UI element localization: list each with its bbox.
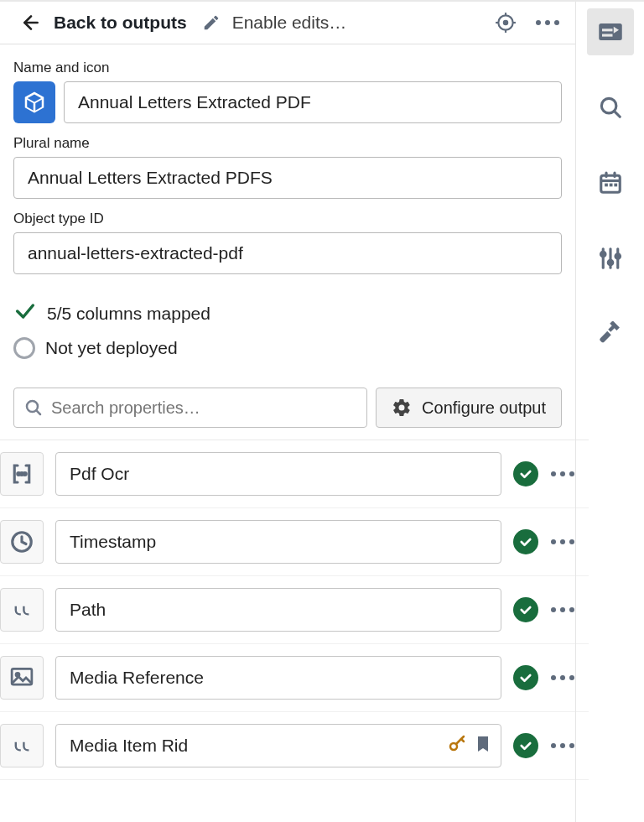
svg-rect-17 bbox=[602, 29, 613, 31]
status-ok-badge bbox=[513, 733, 538, 758]
svg-rect-27 bbox=[609, 184, 612, 187]
gear-icon bbox=[392, 398, 412, 418]
svg-point-11 bbox=[23, 473, 26, 476]
property-more-button[interactable] bbox=[550, 743, 575, 748]
check-icon bbox=[13, 299, 37, 327]
svg-line-8 bbox=[36, 410, 40, 414]
svg-point-32 bbox=[600, 252, 605, 257]
cube-icon bbox=[22, 90, 47, 115]
search-properties-input[interactable] bbox=[13, 388, 367, 428]
svg-rect-16 bbox=[599, 23, 622, 40]
property-row: Pdf Ocr bbox=[0, 440, 589, 508]
back-to-outputs-button[interactable]: Back to outputs bbox=[20, 12, 187, 34]
status-ok-badge bbox=[513, 461, 538, 486]
name-and-icon-label: Name and icon bbox=[13, 60, 562, 76]
property-row: Timestamp bbox=[0, 508, 589, 576]
svg-point-2 bbox=[504, 21, 507, 24]
property-name-field[interactable]: Pdf Ocr bbox=[55, 452, 501, 496]
property-more-button[interactable] bbox=[550, 607, 575, 612]
object-type-id-label: Object type ID bbox=[13, 211, 562, 227]
property-row: Path bbox=[0, 576, 589, 644]
target-icon bbox=[495, 12, 517, 34]
hammer-icon bbox=[598, 321, 623, 346]
property-name-field[interactable]: Media Item Rid bbox=[55, 724, 501, 767]
property-type-icon[interactable] bbox=[0, 452, 44, 496]
search-icon bbox=[23, 398, 44, 418]
property-name-text: Path bbox=[70, 600, 106, 620]
property-list: Pdf OcrTimestampPathMedia ReferenceMedia… bbox=[0, 440, 589, 780]
arrow-left-icon bbox=[20, 12, 42, 34]
sidebar-calendar-button[interactable] bbox=[587, 159, 634, 206]
property-name-text: Media Reference bbox=[70, 668, 204, 688]
target-button[interactable] bbox=[495, 12, 517, 34]
enable-edits-button[interactable]: Enable edits… bbox=[202, 13, 347, 33]
property-more-button[interactable] bbox=[550, 539, 575, 544]
svg-rect-19 bbox=[602, 34, 613, 37]
not-deployed-status: Not yet deployed bbox=[13, 332, 562, 364]
property-name-field[interactable]: Media Reference bbox=[55, 656, 501, 700]
property-more-button[interactable] bbox=[550, 675, 575, 680]
sidebar-panel-button[interactable] bbox=[587, 8, 634, 55]
svg-rect-13 bbox=[12, 669, 32, 684]
property-more-button[interactable] bbox=[550, 471, 575, 476]
calendar-icon bbox=[598, 170, 623, 195]
sidebar-search-button[interactable] bbox=[587, 84, 634, 131]
property-name-field[interactable]: Timestamp bbox=[55, 520, 501, 564]
svg-line-21 bbox=[614, 111, 620, 117]
panel-icon bbox=[598, 20, 623, 44]
property-row: Media Reference bbox=[0, 644, 589, 712]
property-type-icon[interactable] bbox=[0, 656, 44, 700]
topbar: Back to outputs Enable edits… bbox=[0, 2, 575, 44]
pencil-icon bbox=[202, 13, 221, 32]
status-ok-badge bbox=[513, 529, 538, 554]
property-name-text: Media Item Rid bbox=[70, 736, 188, 756]
status-ok-badge bbox=[513, 597, 538, 622]
key-icon bbox=[447, 734, 467, 758]
svg-point-33 bbox=[608, 260, 613, 265]
svg-rect-26 bbox=[605, 184, 608, 187]
property-row: Media Item Rid bbox=[0, 712, 589, 780]
property-name-field[interactable]: Path bbox=[55, 588, 501, 632]
object-type-id-input[interactable] bbox=[13, 232, 562, 274]
name-input[interactable] bbox=[64, 81, 562, 123]
columns-mapped-status: 5/5 columns mapped bbox=[13, 294, 562, 332]
property-type-icon[interactable] bbox=[0, 520, 44, 564]
property-type-icon[interactable] bbox=[0, 724, 44, 767]
sidebar-sliders-button[interactable] bbox=[587, 235, 634, 282]
object-icon-picker[interactable] bbox=[13, 81, 55, 123]
property-type-icon[interactable] bbox=[0, 588, 44, 632]
right-sidebar bbox=[575, 2, 644, 822]
bookmark-icon bbox=[475, 735, 491, 757]
plural-name-input[interactable] bbox=[13, 157, 562, 199]
plural-name-label: Plural name bbox=[13, 135, 562, 152]
topbar-more-button[interactable] bbox=[535, 20, 560, 25]
sidebar-hammer-button[interactable] bbox=[587, 310, 634, 357]
status-ok-badge bbox=[513, 665, 538, 690]
configure-output-button[interactable]: Configure output bbox=[376, 388, 562, 428]
property-name-text: Timestamp bbox=[70, 532, 156, 552]
back-label: Back to outputs bbox=[54, 13, 187, 33]
search-icon bbox=[598, 95, 623, 120]
property-name-text: Pdf Ocr bbox=[70, 464, 129, 484]
svg-point-34 bbox=[615, 254, 621, 259]
empty-circle-icon bbox=[13, 337, 35, 359]
enable-edits-label: Enable edits… bbox=[232, 13, 347, 33]
sliders-icon bbox=[598, 246, 623, 271]
svg-rect-28 bbox=[614, 184, 617, 187]
